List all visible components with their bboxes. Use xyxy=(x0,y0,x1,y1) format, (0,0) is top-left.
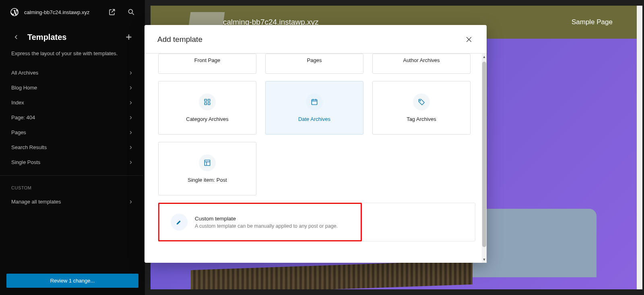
template-card-date-archives[interactable]: Date Archives xyxy=(265,81,363,135)
template-card-label: Single item: Post xyxy=(188,177,227,183)
tag-icon xyxy=(413,93,430,110)
modal-title: Add template xyxy=(157,35,202,44)
template-card-front-page[interactable]: Front Page xyxy=(158,54,256,74)
custom-template-row: Custom template A custom template can be… xyxy=(158,203,475,241)
svg-rect-3 xyxy=(204,103,206,105)
close-button[interactable] xyxy=(463,34,475,45)
pencil-icon xyxy=(171,214,188,231)
custom-template-text: Custom template A custom template can be… xyxy=(195,216,338,229)
svg-rect-5 xyxy=(312,100,317,104)
modal-body: Front Page Pages Author Archives Categor… xyxy=(144,54,487,263)
template-card-label: Date Archives xyxy=(298,116,330,122)
grid-icon xyxy=(199,93,216,110)
template-card-label: Category Archives xyxy=(186,116,229,122)
template-card-category-archives[interactable]: Category Archives xyxy=(158,81,256,135)
custom-template-desc: A custom template can be manually applie… xyxy=(195,223,338,229)
template-card-label: Author Archives xyxy=(403,57,440,63)
template-card-author-archives[interactable]: Author Archives xyxy=(372,54,471,74)
svg-rect-7 xyxy=(204,160,210,165)
svg-rect-1 xyxy=(204,99,206,101)
scroll-thumb[interactable] xyxy=(482,62,486,247)
modal-scrollbar[interactable]: ▲ ▼ xyxy=(482,54,487,263)
close-icon xyxy=(465,35,473,44)
scroll-up-arrow-icon[interactable]: ▲ xyxy=(482,54,487,59)
scroll-down-arrow-icon[interactable]: ▼ xyxy=(482,257,487,262)
template-grid: Front Page Pages Author Archives Categor… xyxy=(158,54,475,195)
calendar-icon xyxy=(306,93,323,110)
template-card-tag-archives[interactable]: Tag Archives xyxy=(372,81,471,135)
template-card-pages[interactable]: Pages xyxy=(265,54,363,74)
svg-rect-4 xyxy=(208,103,210,105)
custom-template-button[interactable]: Custom template A custom template can be… xyxy=(158,203,362,241)
modal-header: Add template xyxy=(144,25,487,54)
svg-rect-2 xyxy=(208,99,210,101)
template-card-label: Pages xyxy=(307,57,322,63)
template-card-label: Tag Archives xyxy=(407,116,436,122)
layout-icon xyxy=(199,154,216,171)
template-card-label: Front Page xyxy=(194,57,220,63)
template-card-single-post[interactable]: Single item: Post xyxy=(158,142,256,195)
custom-template-title: Custom template xyxy=(195,216,338,222)
svg-point-6 xyxy=(420,100,421,101)
add-template-modal: Add template Front Page Pages Author Arc… xyxy=(144,25,487,263)
